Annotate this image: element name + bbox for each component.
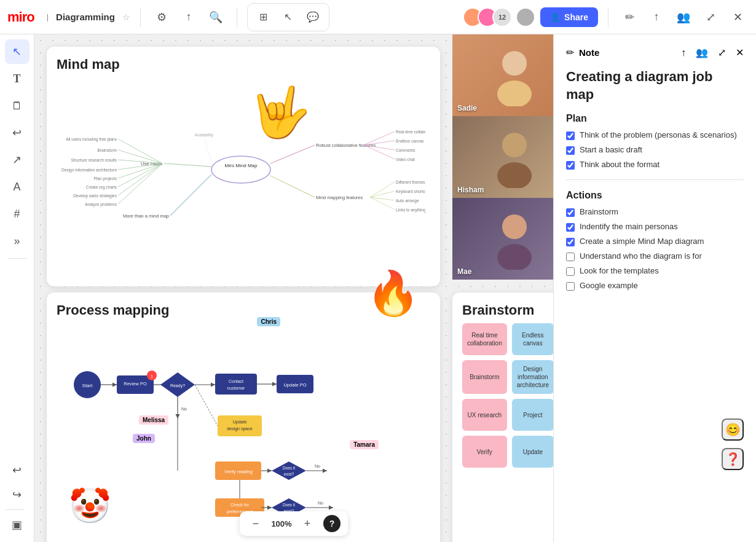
toolbar-group: ⊞ ↖ 💬 (247, 3, 329, 31)
svg-text:Create org charts: Create org charts (86, 185, 117, 190)
rp-upload-icon[interactable]: ↑ (681, 47, 686, 58)
grid-view-button[interactable]: ⊞ (253, 6, 275, 28)
sticky-update: Update (512, 436, 553, 468)
actions-items: Brainstorm Indentify the main personas C… (566, 207, 744, 291)
plan-checkbox-2[interactable] (566, 146, 575, 155)
svg-line-4 (118, 139, 162, 163)
topbar: miro | Diagramming ☆ ⚙ ↑ 🔍 ⊞ ↖ 💬 12 👤 Sh… (0, 0, 756, 34)
svg-text:Auto arrange: Auto arrange (396, 198, 419, 203)
svg-text:More than a mind map: More than a mind map (123, 213, 169, 219)
arrow-tool[interactable]: ↗ (5, 147, 30, 172)
process-diagram: Start Review PO 1 Ready? (57, 323, 430, 532)
select-tool[interactable]: ↖ (5, 39, 30, 64)
action-checkbox-4[interactable] (566, 253, 575, 261)
redo-button[interactable]: ↪ (5, 482, 30, 507)
avatar-count: 12 (492, 7, 512, 27)
pen-tool[interactable]: A (5, 175, 30, 199)
toolbar-bottom: ↩ ↪ ▣ (5, 458, 30, 537)
fullscreen-icon[interactable]: ⤢ (699, 6, 722, 28)
rp-topbar: ✏ Note ↑ 👥 ⤢ ✕ (566, 47, 744, 58)
svg-text:Start: Start (82, 383, 93, 388)
rp-close-icon[interactable]: ✕ (736, 47, 744, 58)
frame-tool[interactable]: # (5, 202, 30, 226)
topbar-separator2 (237, 7, 237, 27)
action-checkbox-3[interactable] (566, 238, 575, 246)
action-checkbox-6[interactable] (566, 282, 575, 291)
search-button[interactable]: 🔍 (205, 6, 227, 28)
brainstorm-card: Brainstorm Real time collaboration Endle… (452, 293, 553, 542)
panel-toggle[interactable]: ▣ (5, 513, 30, 537)
rp-actions-title: Actions (566, 190, 744, 201)
close-icon[interactable]: ✕ (726, 6, 749, 28)
cursor-button[interactable]: ↖ (277, 6, 299, 28)
action-checkbox-2[interactable] (566, 223, 575, 232)
miro-logo: miro (7, 9, 34, 25)
action-checkbox-5[interactable] (566, 267, 575, 276)
svg-text:Review PO: Review PO (124, 381, 147, 387)
zoom-in-button[interactable]: + (299, 515, 316, 532)
svg-line-66 (195, 385, 218, 426)
rp-note-label: Note (579, 47, 599, 58)
action-label-2: Indentify the main personas (580, 222, 678, 231)
canvas-area[interactable]: Mind map Miro Mind Map Use cases All use… (34, 34, 553, 542)
rp-divider (566, 179, 744, 180)
video-mae: Mae (452, 198, 553, 280)
action-item-3: Create a simple Mind Map diagram (566, 237, 744, 246)
person-svg (490, 45, 539, 106)
svg-rect-63 (218, 415, 262, 436)
rp-collab-icon[interactable]: 👥 (696, 47, 708, 58)
help-panel-icon[interactable]: ❓ (722, 448, 744, 470)
share-icon: 👤 (550, 12, 561, 22)
text-tool[interactable]: T (5, 66, 30, 91)
export-button[interactable]: ↑ (178, 6, 200, 28)
svg-line-43 (204, 139, 211, 160)
undo-button[interactable]: ↩ (5, 458, 30, 482)
plan-label-2: Start a basic draft (580, 145, 642, 154)
plan-item-2: Start a basic draft (566, 145, 744, 155)
svg-text:No: No (318, 501, 323, 505)
comment-button[interactable]: 💬 (302, 6, 324, 28)
mindmap-svg: Miro Mind Map Use cases All users includ… (57, 77, 425, 262)
settings-button[interactable]: ⚙ (151, 6, 173, 28)
more-tools[interactable]: » (5, 229, 30, 253)
sticky-ux-research: UX research (462, 399, 507, 431)
rp-bottom-icons: 😊 ❓ (566, 296, 744, 470)
emoji-icon[interactable]: 😊 (722, 418, 744, 441)
svg-text:Analyze problems: Analyze problems (85, 202, 117, 207)
collab-icon[interactable]: 👥 (672, 6, 695, 28)
toolbar-sep2 (5, 509, 25, 510)
svg-text:1: 1 (151, 374, 153, 379)
sticky-note-tool[interactable]: 🗒 (5, 93, 30, 118)
plan-label-3: Think about the format (580, 160, 660, 169)
video-hisham: Hisham (452, 116, 553, 198)
sticky-design-info: Design information architecture (512, 360, 553, 394)
sticky-endless: Endless canvas (512, 323, 553, 355)
left-toolbar: ↖ T 🗒 ↩ ↗ A # » ↩ ↪ ▣ (0, 34, 34, 542)
svg-line-40 (370, 197, 395, 210)
svg-point-89 (497, 162, 532, 188)
help-button[interactable]: ? (323, 515, 341, 532)
upload-icon[interactable]: ↑ (645, 6, 667, 28)
svg-text:No: No (315, 464, 320, 468)
zoom-out-button[interactable]: − (247, 515, 264, 532)
board-sep: | (47, 12, 49, 22)
share-button[interactable]: 👤 Share (540, 7, 598, 27)
action-checkbox-1[interactable] (566, 208, 575, 217)
svg-text:Different themes: Different themes (396, 180, 425, 184)
mindmap-card: Mind map Miro Mind Map Use cases All use… (47, 47, 440, 286)
plan-item-1: Think of the problem (personas & scenari… (566, 130, 744, 140)
rp-expand-icon[interactable]: ⤢ (718, 47, 726, 58)
plan-checkbox-1[interactable] (566, 132, 575, 140)
process-title: Process mapping (57, 302, 430, 318)
plan-checkbox-3[interactable] (566, 161, 575, 170)
svg-line-20 (170, 175, 211, 216)
svg-text:Structure research results: Structure research results (71, 158, 117, 162)
svg-text:Mind mapping features: Mind mapping features (316, 195, 363, 200)
svg-line-16 (118, 163, 162, 195)
star-icon[interactable]: ☆ (122, 12, 130, 22)
shape-tool[interactable]: ↩ (5, 120, 30, 145)
note-panel-icon[interactable]: ✏ (618, 6, 640, 28)
action-item-5: Look for the templates (566, 266, 744, 276)
right-panel: ✏ Note ↑ 👥 ⤢ ✕ Creating a diagram job ma… (553, 34, 756, 542)
svg-text:Does it: Does it (283, 466, 295, 470)
